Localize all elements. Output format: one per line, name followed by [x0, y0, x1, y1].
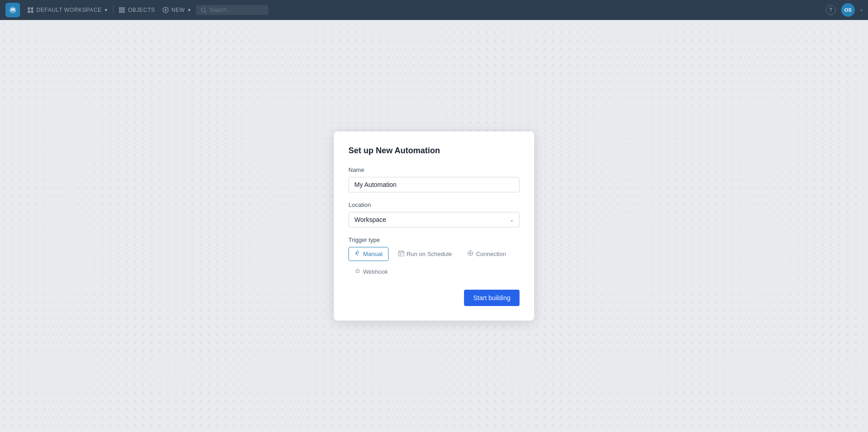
trigger-manual-button[interactable]: Manual: [348, 247, 389, 261]
help-button[interactable]: ?: [826, 5, 836, 15]
svg-rect-9: [123, 9, 125, 11]
start-building-button[interactable]: Start building: [464, 290, 520, 306]
search-bar[interactable]: [196, 5, 268, 15]
dialog-title: Set up New Automation: [348, 146, 520, 156]
app-logo[interactable]: [5, 3, 20, 17]
search-input[interactable]: [209, 7, 264, 13]
svg-rect-7: [119, 9, 121, 11]
svg-rect-6: [123, 7, 125, 9]
svg-rect-12: [123, 11, 125, 13]
svg-point-17: [469, 252, 471, 254]
objects-label: OBJECTS: [128, 7, 155, 13]
trigger-webhook-button[interactable]: Webhook: [348, 265, 394, 279]
navbar: DEFAULT WORKSPACE ▾ OBJECTS NEW ▾: [0, 0, 868, 20]
trigger-connection-button[interactable]: Connection: [461, 247, 512, 261]
svg-point-14: [202, 8, 205, 11]
nav-divider-1: [113, 5, 113, 15]
avatar[interactable]: OS: [841, 3, 855, 17]
new-chevron-icon: ▾: [188, 7, 191, 13]
location-field-group: Location Workspace ⌄: [348, 201, 520, 227]
trigger-webhook-label: Webhook: [363, 268, 388, 275]
webhook-icon: [354, 268, 361, 276]
manual-icon: [354, 250, 361, 258]
location-label: Location: [348, 201, 520, 208]
svg-rect-8: [121, 9, 123, 11]
name-input[interactable]: [348, 177, 520, 192]
dialog-footer: Start building: [348, 290, 520, 306]
location-select-wrapper: Workspace ⌄: [348, 212, 520, 227]
trigger-label: Trigger type: [348, 236, 520, 243]
svg-rect-2: [28, 10, 30, 13]
trigger-type-group: Trigger type Manual: [348, 236, 520, 279]
svg-rect-10: [119, 11, 121, 13]
trigger-schedule-button[interactable]: Run on Schedule: [392, 247, 458, 261]
name-label: Name: [348, 166, 520, 173]
workspace-chevron-icon: ▾: [105, 7, 108, 13]
svg-rect-1: [31, 7, 33, 10]
trigger-connection-label: Connection: [476, 251, 506, 257]
location-select[interactable]: Workspace: [348, 212, 520, 227]
svg-rect-0: [28, 7, 30, 10]
avatar-chevron-icon[interactable]: ▾: [860, 8, 863, 13]
trigger-manual-label: Manual: [363, 251, 383, 257]
workspace-menu[interactable]: DEFAULT WORKSPACE ▾: [24, 5, 111, 15]
svg-rect-3: [31, 10, 33, 13]
trigger-schedule-label: Run on Schedule: [407, 251, 452, 257]
new-label: NEW: [172, 7, 185, 13]
connection-icon: [467, 250, 474, 258]
dialog-card: Set up New Automation Name Location Work…: [334, 131, 534, 321]
svg-rect-11: [121, 11, 123, 13]
schedule-icon: [398, 250, 404, 258]
navbar-right: ? OS ▾: [826, 3, 863, 17]
name-field-group: Name: [348, 166, 520, 192]
main-content: Set up New Automation Name Location Work…: [0, 20, 868, 432]
svg-rect-4: [119, 7, 121, 9]
svg-rect-5: [121, 7, 123, 9]
search-icon: [201, 7, 207, 13]
workspace-label: DEFAULT WORKSPACE: [36, 7, 102, 13]
trigger-buttons: Manual Run on Schedule: [348, 247, 520, 279]
objects-menu[interactable]: OBJECTS: [115, 5, 159, 15]
new-menu[interactable]: NEW ▾: [159, 5, 194, 15]
